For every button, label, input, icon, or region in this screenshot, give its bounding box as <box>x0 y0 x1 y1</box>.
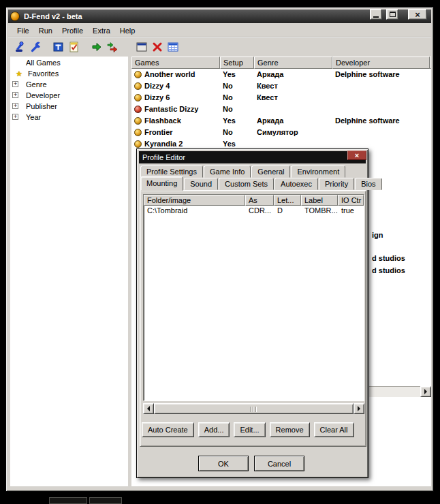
column-header-games[interactable]: Games <box>131 57 220 69</box>
app-icon <box>10 12 20 21</box>
edit-button[interactable]: Edit... <box>234 422 265 437</box>
column-header-as[interactable]: As <box>245 195 274 206</box>
wrench-icon[interactable] <box>28 39 44 54</box>
tree-item-publisher[interactable]: Publisher <box>10 101 128 112</box>
toolbar <box>8 37 431 56</box>
tab-game-info[interactable]: Game Info <box>204 166 251 178</box>
game-row[interactable]: Flashback Yes Аркада Delphine software <box>131 115 431 127</box>
wizard-icon[interactable] <box>12 39 28 54</box>
expand-plus-icon[interactable] <box>12 103 18 109</box>
mount-actions: Auto Create Add... Edit... Remove Clear … <box>142 422 354 437</box>
menu-file[interactable]: File <box>12 25 34 36</box>
column-header-setup[interactable]: Setup <box>220 57 254 69</box>
column-header-letter[interactable]: Let... <box>274 195 301 206</box>
tree-item-genre[interactable]: Genre <box>10 79 128 90</box>
tab-custom-sets[interactable]: Custom Sets <box>219 178 274 190</box>
mounts-header-row: Folder/image As Let... Label IO Ctr <box>144 195 364 206</box>
column-header-label[interactable]: Label <box>301 195 338 206</box>
mount-row[interactable]: C:\Tombraid CDR... D TOMBR... true <box>144 206 364 217</box>
taskbar-fragment <box>89 497 122 504</box>
scrollbar-thumb[interactable] <box>154 403 353 414</box>
gold-ball-icon <box>134 71 142 78</box>
tab-environment[interactable]: Environment <box>291 166 345 178</box>
mounting-tab-panel: Folder/image As Let... Label IO Ctr C:\T… <box>140 190 366 447</box>
clear-all-button[interactable]: Clear All <box>314 422 354 437</box>
data-table-icon[interactable] <box>165 39 180 54</box>
gold-ball-icon <box>134 94 142 101</box>
window-title: D-Fend v2 - beta <box>24 12 82 20</box>
column-header-developer[interactable]: Developer <box>332 57 430 69</box>
run-setup-icon[interactable] <box>104 39 120 54</box>
taskbar-fragment <box>49 497 87 504</box>
maximize-button[interactable] <box>386 9 398 20</box>
games-hscrollbar-track[interactable] <box>369 386 420 397</box>
run-icon[interactable] <box>89 39 104 54</box>
game-row[interactable]: Dizzy 4 No Квест <box>131 80 431 92</box>
close-icon <box>415 10 420 19</box>
expand-plus-icon[interactable] <box>12 81 18 87</box>
dialog-title: Profile Editor <box>142 153 185 161</box>
occluded-text-fragment: ign <box>372 231 383 239</box>
profile-editor-dialog: Profile Editor Profile Settings Game Inf… <box>136 148 368 478</box>
console-icon[interactable] <box>133 39 149 54</box>
tree-item-year[interactable]: Year <box>10 112 128 123</box>
menu-help[interactable]: Help <box>115 25 140 36</box>
tab-autoexec[interactable]: Autoexec <box>274 178 318 190</box>
games-hscrollbar-right-arrow[interactable] <box>420 386 431 397</box>
gold-ball-icon <box>134 129 142 136</box>
red-ball-icon <box>134 106 142 113</box>
tab-sound[interactable]: Sound <box>184 178 218 190</box>
gold-ball-icon <box>134 82 142 90</box>
profile-editor-icon[interactable] <box>50 39 66 54</box>
scroll-right-icon <box>424 389 427 394</box>
tab-mounting[interactable]: Mounting <box>140 176 183 191</box>
category-tree: All Games Favorites Genre Developer Publ… <box>10 57 128 486</box>
tab-bios[interactable]: Bios <box>355 178 381 190</box>
scroll-left-button[interactable] <box>143 403 154 414</box>
tree-item-all-games[interactable]: All Games <box>10 57 128 68</box>
game-row[interactable]: Fantastic Dizzy No <box>131 104 431 115</box>
auto-create-button[interactable]: Auto Create <box>142 422 194 437</box>
checklist-icon[interactable] <box>66 39 82 54</box>
menu-run[interactable]: Run <box>34 25 57 36</box>
column-header-stub <box>430 57 431 69</box>
menubar: File Run Profile Extra Help <box>8 24 431 37</box>
remove-button[interactable]: Remove <box>270 422 310 437</box>
add-button[interactable]: Add... <box>198 422 230 437</box>
column-header-folder[interactable]: Folder/image <box>144 195 245 206</box>
game-row[interactable]: Frontier No Симулятор <box>131 127 431 138</box>
menu-extra[interactable]: Extra <box>88 25 115 36</box>
gold-ball-icon <box>134 117 142 125</box>
game-row[interactable]: Dizzy 6 No Квест <box>131 92 431 104</box>
scroll-right-icon <box>358 406 360 411</box>
mounts-hscrollbar <box>143 403 364 414</box>
close-button[interactable] <box>408 9 427 20</box>
dialog-titlebar[interactable]: Profile Editor <box>139 151 366 163</box>
scroll-right-button[interactable] <box>353 403 364 414</box>
expand-plus-icon[interactable] <box>12 92 18 98</box>
cancel-button[interactable]: Cancel <box>254 456 304 471</box>
mounts-list: Folder/image As Let... Label IO Ctr C:\T… <box>143 194 364 401</box>
gold-ball-icon <box>134 140 142 148</box>
maximize-icon <box>390 12 396 17</box>
minimize-icon <box>373 16 379 18</box>
tree-item-favorites[interactable]: Favorites <box>10 68 128 79</box>
game-row[interactable]: Another world Yes Аркада Delphine softwa… <box>131 69 431 80</box>
tab-priority[interactable]: Priority <box>319 178 354 190</box>
scroll-left-icon <box>147 406 150 411</box>
tab-general[interactable]: General <box>251 166 290 178</box>
dialog-close-button[interactable] <box>347 151 366 160</box>
scrollbar-grip <box>250 407 257 412</box>
titlebar[interactable]: D-Fend v2 - beta <box>8 10 431 23</box>
tabs-row-bottom: Mounting Sound Custom Sets Autoexec Prio… <box>140 178 383 190</box>
delete-icon[interactable] <box>149 39 165 54</box>
column-header-genre[interactable]: Genre <box>254 57 332 69</box>
occluded-text-fragment: d studios <box>372 266 405 274</box>
column-header-ioctr[interactable]: IO Ctr <box>338 195 364 206</box>
menu-profile[interactable]: Profile <box>57 25 88 36</box>
minimize-button[interactable] <box>370 9 382 20</box>
scrollbar-track[interactable] <box>154 403 353 414</box>
expand-plus-icon[interactable] <box>12 114 18 120</box>
ok-button[interactable]: OK <box>198 456 249 471</box>
tree-item-developer[interactable]: Developer <box>10 90 128 101</box>
